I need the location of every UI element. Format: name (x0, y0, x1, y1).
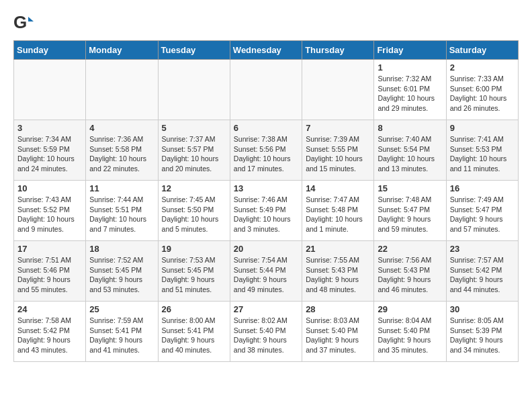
day-info-line: Daylight: 9 hours and 49 minutes. (234, 275, 298, 294)
day-info-line: Sunrise: 7:36 AM (89, 134, 154, 144)
day-number: 14 (306, 183, 370, 193)
day-info: Sunrise: 7:46 AMSunset: 5:49 PMDaylight:… (234, 195, 298, 234)
day-cell: 25Sunrise: 7:59 AMSunset: 5:41 PMDayligh… (86, 302, 158, 362)
day-info-line: Sunset: 6:00 PM (450, 84, 515, 94)
day-number: 6 (234, 123, 298, 133)
day-info-line: Sunset: 5:42 PM (450, 265, 515, 275)
day-info-line: Sunset: 5:39 PM (450, 326, 515, 336)
day-info-line: Sunset: 5:43 PM (378, 265, 442, 275)
day-info-line: Sunset: 5:41 PM (89, 326, 154, 336)
day-cell: 30Sunrise: 8:05 AMSunset: 5:39 PMDayligh… (446, 302, 518, 362)
day-info-line: Sunrise: 7:39 AM (306, 134, 370, 144)
day-info-line: Sunrise: 7:55 AM (306, 255, 370, 265)
week-row-4: 17Sunrise: 7:51 AMSunset: 5:46 PMDayligh… (14, 241, 519, 302)
day-info-line: Daylight: 9 hours and 35 minutes. (378, 335, 442, 355)
day-number: 3 (17, 123, 82, 133)
day-info-line: Sunset: 5:50 PM (162, 205, 226, 215)
day-info-line: Sunset: 5:48 PM (306, 205, 370, 215)
day-number: 21 (306, 244, 370, 254)
day-info-line: Sunrise: 7:52 AM (89, 255, 154, 265)
day-info-line: Daylight: 9 hours and 46 minutes. (378, 275, 442, 294)
svg-text:G: G (13, 13, 27, 32)
day-info-line: Daylight: 9 hours and 43 minutes. (17, 335, 82, 355)
day-info-line: Sunset: 5:45 PM (162, 265, 226, 275)
day-info-line: Sunset: 5:45 PM (89, 265, 154, 275)
day-info: Sunrise: 7:43 AMSunset: 5:52 PMDaylight:… (17, 195, 82, 234)
column-header-friday: Friday (374, 41, 446, 60)
day-cell: 5Sunrise: 7:37 AMSunset: 5:57 PMDaylight… (158, 120, 230, 181)
day-info-line: Daylight: 9 hours and 53 minutes. (89, 275, 154, 294)
day-info-line: Sunrise: 7:56 AM (378, 255, 442, 265)
day-info: Sunrise: 7:39 AMSunset: 5:55 PMDaylight:… (306, 134, 370, 174)
day-info: Sunrise: 7:32 AMSunset: 6:01 PMDaylight:… (378, 74, 442, 113)
day-number: 18 (89, 244, 154, 254)
day-number: 24 (17, 304, 82, 314)
day-cell (158, 60, 230, 120)
day-info-line: Sunset: 5:55 PM (306, 144, 370, 154)
day-info-line: Daylight: 9 hours and 37 minutes. (306, 335, 370, 355)
day-info-line: Daylight: 9 hours and 55 minutes. (17, 275, 82, 294)
day-info-line: Sunset: 5:51 PM (89, 205, 154, 215)
week-row-5: 24Sunrise: 7:58 AMSunset: 5:42 PMDayligh… (14, 302, 519, 362)
day-cell: 28Sunrise: 8:03 AMSunset: 5:40 PMDayligh… (302, 302, 374, 362)
day-info: Sunrise: 7:37 AMSunset: 5:57 PMDaylight:… (162, 134, 226, 174)
day-info-line: Daylight: 9 hours and 44 minutes. (450, 275, 515, 294)
day-info-line: Daylight: 10 hours and 1 minute. (306, 214, 370, 234)
day-info-line: Sunrise: 7:57 AM (450, 255, 515, 265)
day-cell: 21Sunrise: 7:55 AMSunset: 5:43 PMDayligh… (302, 241, 374, 302)
day-info-line: Daylight: 10 hours and 5 minutes. (162, 214, 226, 234)
day-info-line: Daylight: 10 hours and 24 minutes. (17, 154, 82, 173)
day-info-line: Sunset: 5:57 PM (162, 144, 226, 154)
day-info-line: Sunset: 5:52 PM (17, 205, 82, 215)
logo: G (13, 13, 36, 34)
day-info: Sunrise: 7:58 AMSunset: 5:42 PMDaylight:… (17, 316, 82, 355)
day-cell: 18Sunrise: 7:52 AMSunset: 5:45 PMDayligh… (86, 241, 158, 302)
day-info-line: Sunrise: 7:33 AM (450, 74, 515, 84)
day-info-line: Sunset: 5:53 PM (450, 144, 515, 154)
column-header-wednesday: Wednesday (230, 41, 302, 60)
day-number: 12 (162, 183, 226, 193)
day-info: Sunrise: 8:00 AMSunset: 5:41 PMDaylight:… (162, 316, 226, 355)
day-number: 7 (306, 123, 370, 133)
day-number: 23 (450, 244, 515, 254)
day-info: Sunrise: 7:53 AMSunset: 5:45 PMDaylight:… (162, 255, 226, 295)
day-info-line: Sunset: 5:54 PM (378, 144, 442, 154)
day-info-line: Sunrise: 8:04 AM (378, 316, 442, 326)
day-info-line: Sunrise: 8:03 AM (306, 316, 370, 326)
day-info-line: Daylight: 10 hours and 13 minutes. (378, 154, 442, 173)
week-row-2: 3Sunrise: 7:34 AMSunset: 5:59 PMDaylight… (14, 120, 519, 181)
day-cell: 19Sunrise: 7:53 AMSunset: 5:45 PMDayligh… (158, 241, 230, 302)
day-info-line: Sunrise: 7:53 AM (162, 255, 226, 265)
day-number: 16 (450, 183, 515, 193)
day-number: 20 (234, 244, 298, 254)
day-info-line: Sunset: 5:59 PM (17, 144, 82, 154)
day-number: 19 (162, 244, 226, 254)
day-cell: 23Sunrise: 7:57 AMSunset: 5:42 PMDayligh… (446, 241, 518, 302)
day-number: 25 (89, 304, 154, 314)
column-header-saturday: Saturday (446, 41, 518, 60)
day-cell: 1Sunrise: 7:32 AMSunset: 6:01 PMDaylight… (374, 60, 446, 120)
day-info-line: Sunrise: 7:59 AM (89, 316, 154, 326)
day-cell: 20Sunrise: 7:54 AMSunset: 5:44 PMDayligh… (230, 241, 302, 302)
day-cell: 29Sunrise: 8:04 AMSunset: 5:40 PMDayligh… (374, 302, 446, 362)
day-info-line: Daylight: 9 hours and 59 minutes. (378, 214, 442, 234)
day-info-line: Daylight: 10 hours and 9 minutes. (17, 214, 82, 234)
day-cell: 4Sunrise: 7:36 AMSunset: 5:58 PMDaylight… (86, 120, 158, 181)
day-cell: 7Sunrise: 7:39 AMSunset: 5:55 PMDaylight… (302, 120, 374, 181)
day-cell: 24Sunrise: 7:58 AMSunset: 5:42 PMDayligh… (14, 302, 86, 362)
day-info-line: Daylight: 10 hours and 7 minutes. (89, 214, 154, 234)
day-info-line: Sunrise: 7:32 AM (378, 74, 442, 84)
column-header-sunday: Sunday (14, 41, 86, 60)
day-cell: 22Sunrise: 7:56 AMSunset: 5:43 PMDayligh… (374, 241, 446, 302)
day-number: 30 (450, 304, 515, 314)
day-info-line: Sunrise: 7:40 AM (378, 134, 442, 144)
day-info-line: Sunrise: 7:54 AM (234, 255, 298, 265)
column-header-tuesday: Tuesday (158, 41, 230, 60)
day-number: 2 (450, 62, 515, 73)
week-row-3: 10Sunrise: 7:43 AMSunset: 5:52 PMDayligh… (14, 181, 519, 241)
day-number: 26 (162, 304, 226, 314)
day-info-line: Sunset: 5:47 PM (450, 205, 515, 215)
day-info: Sunrise: 7:59 AMSunset: 5:41 PMDaylight:… (89, 316, 154, 355)
day-info-line: Sunrise: 7:45 AM (162, 195, 226, 205)
day-info-line: Daylight: 9 hours and 38 minutes. (234, 335, 298, 355)
